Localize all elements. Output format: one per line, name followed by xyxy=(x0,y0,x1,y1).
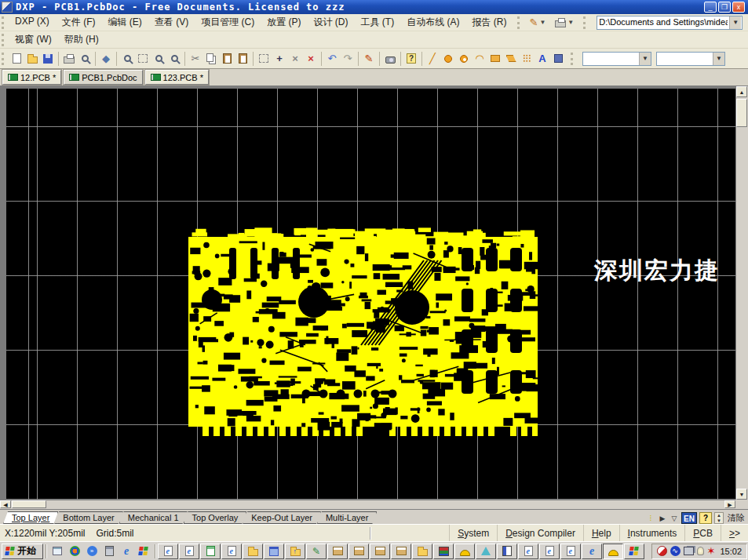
taskbar-button-dxp-helmet[interactable] xyxy=(454,544,475,559)
chevron-down-icon[interactable]: ▼ xyxy=(713,53,724,65)
zoom-fit-button[interactable] xyxy=(135,51,151,67)
cut-button[interactable]: ✂ xyxy=(188,51,203,67)
taskbar-button-ie-document[interactable] xyxy=(518,544,538,559)
undo-button[interactable]: ↶ xyxy=(324,51,340,67)
place-fill-button[interactable] xyxy=(487,51,503,67)
layer-tab-mechanical-1[interactable]: Mechanical 1 xyxy=(119,511,188,524)
place-component-button[interactable] xyxy=(550,51,566,67)
toolbar-combo-2[interactable]: ▼ xyxy=(656,52,725,66)
start-button[interactable]: 开始 xyxy=(2,544,43,559)
browse-library-button[interactable]: ◆ xyxy=(98,51,114,67)
panel-button-design-compiler[interactable]: Design Compiler xyxy=(497,525,583,541)
menu-item-row1-0[interactable]: DXP (X) xyxy=(9,14,56,31)
layer-tab-top-layer[interactable]: Top Layer xyxy=(3,511,58,524)
place-string-button[interactable]: A xyxy=(535,51,550,67)
taskbar-button-ie-document[interactable] xyxy=(158,544,178,559)
menu-item-row1-5[interactable]: 放置 (P) xyxy=(261,14,307,31)
menu-item-row2-0[interactable]: 视窗 (W) xyxy=(9,31,58,48)
copy-button[interactable] xyxy=(203,51,219,67)
document-tab-1[interactable]: PCB1.PcbDoc xyxy=(64,70,142,85)
place-line-button[interactable]: ╱ xyxy=(425,51,440,67)
quick-launch-media-player[interactable] xyxy=(66,544,83,559)
place-array-button[interactable] xyxy=(519,51,535,67)
new-document-button[interactable] xyxy=(9,51,24,67)
menu-item-row1-2[interactable]: 编辑 (E) xyxy=(101,14,148,31)
taskbar-button-spreadsheet[interactable] xyxy=(200,544,221,559)
taskbar-button-notebook[interactable] xyxy=(497,544,517,559)
taskbar-button-internet-explorer[interactable]: e xyxy=(582,544,602,559)
open-document-button[interactable] xyxy=(24,51,40,67)
chevron-down-icon[interactable]: ▼ xyxy=(639,53,651,65)
menu-item-row1-6[interactable]: 设计 (D) xyxy=(307,14,354,31)
place-arc-button[interactable]: ◠ xyxy=(472,51,487,67)
toolbar-grip[interactable] xyxy=(571,53,575,65)
menu-item-row1-9[interactable]: 报告 (R) xyxy=(465,14,513,31)
taskbar-button-folder[interactable] xyxy=(243,544,263,559)
horizontal-scroll-thumb[interactable] xyxy=(12,500,46,508)
print-button[interactable] xyxy=(61,51,77,67)
vertical-scrollbar[interactable]: ▲ ▼ xyxy=(735,86,748,500)
menu-item-row1-7[interactable]: 工具 (T) xyxy=(354,14,400,31)
quick-launch-calculator[interactable] xyxy=(100,544,118,559)
measure-tool-button[interactable]: ✎ ▼ xyxy=(526,16,549,29)
horizontal-scrollbar[interactable]: ◀ ▶ xyxy=(0,500,735,509)
taskbar-button-folder[interactable] xyxy=(412,544,432,559)
quick-launch-windows-flag[interactable] xyxy=(135,544,152,559)
place-polygon-button[interactable] xyxy=(503,51,519,67)
panel-button-instruments[interactable]: Instruments xyxy=(619,525,685,541)
layer-tab-keep-out-layer[interactable]: Keep-Out Layer xyxy=(243,511,321,524)
tray-network[interactable] xyxy=(684,547,694,555)
clear-button[interactable]: 清除 xyxy=(728,512,748,524)
save-document-button[interactable] xyxy=(40,51,56,67)
paste-button[interactable] xyxy=(219,51,235,67)
quick-launch-show-desktop[interactable] xyxy=(49,544,66,559)
toolbar-grip[interactable] xyxy=(517,16,521,29)
menu-item-row1-8[interactable]: 自动布线 (A) xyxy=(400,14,465,31)
language-badge[interactable]: EN xyxy=(681,512,697,524)
scroll-down-icon[interactable]: ▼ xyxy=(736,489,747,500)
scroll-right-icon[interactable]: ▶ xyxy=(724,500,735,508)
taskbar-button-prism[interactable] xyxy=(476,544,496,559)
menu-item-row1-3[interactable]: 查看 (V) xyxy=(148,14,195,31)
select-area-button[interactable] xyxy=(256,51,272,67)
menu-item-row2-1[interactable]: 帮助 (H) xyxy=(58,31,105,48)
zoom-area-button[interactable] xyxy=(151,51,166,67)
layer-tab-top-overlay[interactable]: Top Overlay xyxy=(184,511,247,524)
title-bar[interactable]: DXP - PCB1.PcbDoc - Free Documents. Lice… xyxy=(0,0,748,14)
zoom-selection-button[interactable] xyxy=(166,51,182,67)
zoom-window-button[interactable] xyxy=(119,51,135,67)
layer-tab-multi-layer[interactable]: Multi-Layer xyxy=(317,511,377,524)
quick-launch-internet-explorer[interactable]: e xyxy=(118,544,135,559)
taskbar-button-image-editor[interactable]: ✎ xyxy=(306,544,327,559)
snapshot-button[interactable] xyxy=(382,51,398,67)
board-workspace[interactable]: 深圳宏力捷 xyxy=(6,89,735,500)
taskbar-button-folder-up[interactable] xyxy=(285,544,305,559)
taskbar-button-package[interactable] xyxy=(370,544,390,559)
toolbar-combo-1[interactable]: ▼ xyxy=(582,52,651,66)
taskbar-button-ie-document[interactable] xyxy=(179,544,199,559)
document-tab-0[interactable]: 12.PCB * xyxy=(2,70,61,85)
toolbar-grip[interactable] xyxy=(2,53,5,65)
grid-dots-icon[interactable]: ⁞ xyxy=(646,514,655,523)
taskbar-button-windows-flag[interactable] xyxy=(624,544,644,559)
taskbar-button-package[interactable] xyxy=(348,544,369,559)
quick-launch-messenger[interactable]: » xyxy=(83,544,100,559)
tray-volume-mute[interactable] xyxy=(657,546,667,556)
taskbar-button-ie-document[interactable] xyxy=(539,544,560,559)
vertical-scroll-thumb[interactable] xyxy=(736,99,747,127)
scroll-up-icon[interactable]: ▲ xyxy=(736,86,747,97)
split-updown-button[interactable]: ▲▼ xyxy=(714,512,724,524)
taskbar-button-package[interactable] xyxy=(391,544,411,559)
file-path-input[interactable] xyxy=(597,16,729,29)
taskbar-button-text-editor[interactable] xyxy=(264,544,284,559)
filter-funnel-icon[interactable]: ▽ xyxy=(670,514,679,523)
taskbar-button-ie-document[interactable] xyxy=(560,544,581,559)
toolbar-grip[interactable] xyxy=(2,34,5,46)
toolbar-grip[interactable] xyxy=(583,16,587,29)
panel-button-help[interactable]: Help xyxy=(583,525,619,541)
deselect-all-button[interactable]: × xyxy=(287,51,303,67)
close-button[interactable]: x xyxy=(732,2,745,13)
document-tab-2[interactable]: 123.PCB * xyxy=(145,70,209,85)
redo-button[interactable]: ↷ xyxy=(340,51,356,67)
report-tool-button[interactable]: ▼ xyxy=(552,16,577,29)
